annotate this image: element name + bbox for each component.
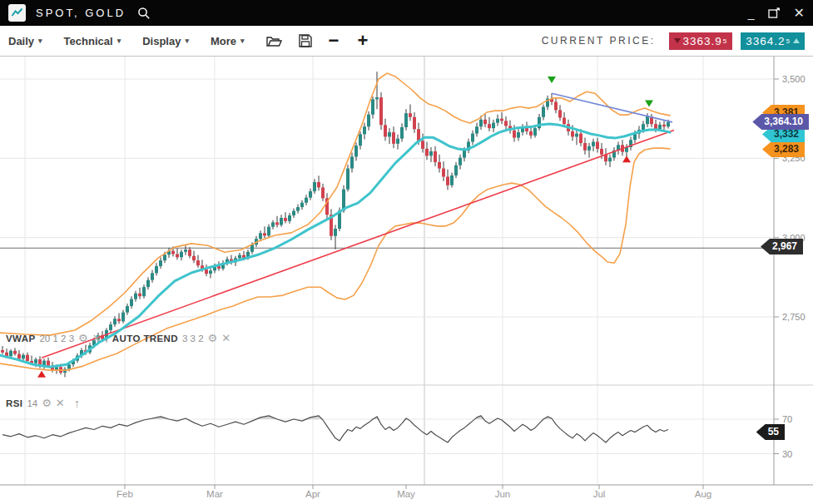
autotrend-remove-icon[interactable]: ✕ xyxy=(221,334,231,343)
price-down-arrow-icon xyxy=(674,38,681,43)
zoom-out-button[interactable]: − xyxy=(329,32,340,49)
toolbar: Daily▾ Technical▾ Display▾ More▾ − + CUR… xyxy=(0,26,813,57)
bid-price-badge: 3363.95 xyxy=(669,32,733,50)
svg-text:Aug: Aug xyxy=(695,489,711,499)
search-icon[interactable] xyxy=(137,7,151,20)
app-logo-icon xyxy=(8,4,26,22)
rsi-move-up-icon[interactable]: ↑ xyxy=(74,398,81,408)
svg-text:May: May xyxy=(397,489,415,499)
rsi-settings-gear-icon[interactable]: ⚙ xyxy=(42,398,52,408)
vwap-settings-gear-icon[interactable]: ⚙ xyxy=(78,334,88,343)
price-up-arrow-icon xyxy=(793,38,800,43)
close-icon[interactable]: ✕ xyxy=(794,9,805,17)
instrument-title: SPOT, GOLD xyxy=(36,7,126,19)
svg-text:3,500: 3,500 xyxy=(782,74,806,84)
ask-price-badge: 3364.25 xyxy=(741,32,805,50)
svg-text:Feb: Feb xyxy=(116,489,133,499)
trendline-price-tag: 3,364.10 xyxy=(752,114,809,130)
save-icon[interactable] xyxy=(299,34,312,47)
rsi-indicator-labels: RSI 14 ⚙ ✕ ↑ xyxy=(6,398,80,408)
svg-text:Mar: Mar xyxy=(206,489,223,499)
overlay-indicator-labels: VWAP 20 1 2 3 ⚙ ✕ , AUTO TREND 3 3 2 ⚙ ✕ xyxy=(6,334,231,343)
title-bar: SPOT, GOLD _ ✕ xyxy=(0,0,813,26)
svg-text:70: 70 xyxy=(782,414,792,424)
rsi-remove-icon[interactable]: ✕ xyxy=(56,398,65,408)
menu-technical[interactable]: Technical▾ xyxy=(64,35,121,47)
menu-more[interactable]: More▾ xyxy=(211,35,245,47)
autotrend-indicator-name: AUTO TREND xyxy=(112,334,178,343)
menu-display[interactable]: Display▾ xyxy=(142,35,189,47)
chart-area: 3,5003,2503,0002,7507030FebMarAprMayJunJ… xyxy=(0,57,813,504)
autotrend-indicator-params: 3 3 2 xyxy=(182,334,204,343)
indicator-separator: , xyxy=(106,334,108,343)
menu-daily[interactable]: Daily▾ xyxy=(8,35,42,47)
svg-text:Jul: Jul xyxy=(593,489,606,499)
chevron-down-icon: ▾ xyxy=(185,37,189,45)
open-folder-icon[interactable] xyxy=(266,35,282,47)
vwap-indicator-name: VWAP xyxy=(6,334,35,343)
chevron-down-icon: ▾ xyxy=(117,37,121,45)
minimize-button[interactable]: _ xyxy=(748,9,755,17)
zoom-in-button[interactable]: + xyxy=(357,32,368,49)
chevron-down-icon: ▾ xyxy=(240,37,245,45)
svg-text:30: 30 xyxy=(782,449,792,459)
popout-window-button[interactable] xyxy=(768,7,781,18)
price-chart-canvas[interactable]: 3,5003,2503,0002,7507030FebMarAprMayJunJ… xyxy=(0,57,813,504)
rsi-indicator-name: RSI xyxy=(6,398,22,408)
vwap-indicator-params: 20 1 2 3 xyxy=(39,334,74,343)
rsi-indicator-params: 14 xyxy=(27,398,37,408)
autotrend-settings-gear-icon[interactable]: ⚙ xyxy=(208,334,218,343)
chevron-down-icon: ▾ xyxy=(38,37,42,45)
svg-text:2,750: 2,750 xyxy=(782,312,806,322)
current-price-label: CURRENT PRICE: xyxy=(542,35,656,47)
vwap-remove-icon[interactable]: ✕ xyxy=(92,334,102,343)
svg-text:Apr: Apr xyxy=(305,489,320,499)
svg-text:Jun: Jun xyxy=(495,489,511,499)
